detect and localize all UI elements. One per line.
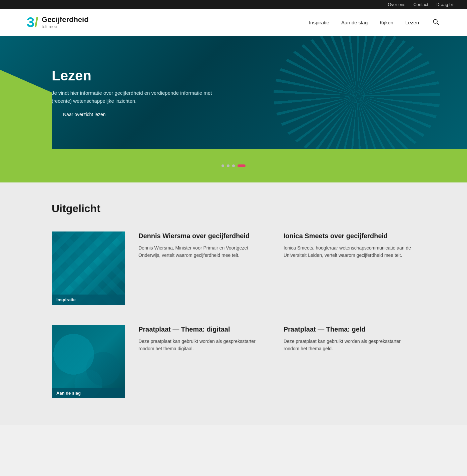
nav-kijken[interactable]: Kijken (380, 20, 393, 25)
header: 3/ Gecijferdheid telt mee Inspiratie Aan… (0, 9, 467, 36)
section-title: Uitgelicht (52, 202, 415, 215)
search-icon (432, 18, 439, 25)
card-info-2: Dennis Wiersma over gecijferdheid Dennis… (138, 231, 270, 259)
hero-description: Je vindt hier informatie over gecijferdh… (52, 89, 218, 105)
hero-title: Lezen (52, 68, 218, 84)
hero-content: Lezen Je vindt hier informatie over geci… (52, 68, 218, 117)
logo-slash: / (34, 14, 38, 30)
nav-aan-de-slag[interactable]: Aan de slag (341, 20, 368, 25)
top-bar-over-ons[interactable]: Over ons (388, 2, 405, 7)
card-info-5: Praatplaat — Thema: digitaal Deze praatp… (138, 325, 270, 353)
logo-number: 3 (27, 14, 34, 30)
top-bar: Over ons Contact Draag bij (0, 0, 467, 9)
hero-section: Lezen Je vindt hier informatie over geci… (0, 36, 467, 149)
card-title-5[interactable]: Praatplaat — Thema: digitaal (138, 325, 270, 334)
card-desc-5: Deze praatplaat kan gebruikt worden als … (138, 338, 270, 353)
search-button[interactable] (431, 17, 440, 28)
nav-inspiratie[interactable]: Inspiratie (309, 20, 329, 25)
card-badge-4: Aan de slag (52, 388, 125, 398)
card-title-2[interactable]: Dennis Wiersma over gecijferdheid (138, 231, 270, 240)
card-desc-6: Deze praatplaat kan gebruikt worden als … (284, 338, 415, 353)
slider-dot-3[interactable] (232, 164, 235, 167)
card-image-inner-2 (52, 325, 125, 398)
main-nav: Inspiratie Aan de slag Kijken Lezen (309, 17, 440, 28)
cards-row-1: Inspiratie Dennis Wiersma over gecijferd… (52, 231, 415, 305)
top-bar-draag-bij[interactable]: Draag bij (436, 2, 454, 7)
slider-dot-2[interactable] (227, 164, 229, 167)
card-info-3: Ionica Smeets over gecijferdheid Ionica … (284, 231, 415, 259)
nav-lezen[interactable]: Lezen (405, 20, 419, 25)
card-title-6[interactable]: Praatplaat — Thema: geld (284, 325, 415, 334)
slider-dots (221, 158, 246, 174)
card-title-3[interactable]: Ionica Smeets over gecijferdheid (284, 231, 415, 240)
svg-line-1 (437, 23, 439, 24)
logo-title: Gecijferdheid (42, 16, 89, 24)
top-bar-contact[interactable]: Contact (413, 2, 428, 7)
slider-dot-1[interactable] (221, 164, 224, 167)
card-info-6: Praatplaat — Thema: geld Deze praatplaat… (284, 325, 415, 353)
card-image-inner-1 (52, 231, 125, 305)
card-image-1[interactable]: Inspiratie (52, 231, 125, 305)
cards-row-2: Aan de slag Praatplaat — Thema: digitaal… (52, 325, 415, 398)
logo-icon: 3/ (27, 15, 38, 29)
slider-dot-4-active[interactable] (238, 164, 246, 167)
card-image-4[interactable]: Aan de slag (52, 325, 125, 398)
logo-subtitle: telt mee (42, 24, 89, 29)
card-desc-2: Dennis Wiersma, Minister voor Primair en… (138, 244, 270, 259)
main-content: Uitgelicht Inspiratie Dennis Wiersma ove… (0, 182, 467, 425)
card-desc-3: Ionica Smeets, hoogleraar wetenschapscom… (284, 244, 415, 259)
card-badge-1: Inspiratie (52, 295, 125, 305)
logo[interactable]: 3/ Gecijferdheid telt mee (27, 15, 89, 29)
logo-text-wrap: Gecijferdheid telt mee (42, 16, 89, 29)
green-bottom-bar (0, 149, 467, 182)
hero-link[interactable]: Naar overzicht lezen (52, 112, 218, 117)
